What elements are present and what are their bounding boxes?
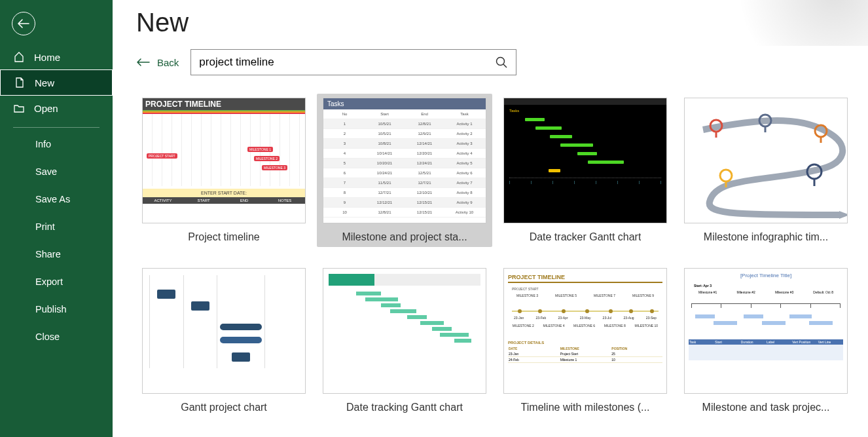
arrow-left-icon	[17, 18, 30, 29]
controls-row: Back	[136, 49, 868, 75]
template-grid: PROJECT TIMELINE PROJECT START MILESTONE…	[136, 94, 868, 417]
nav-divider	[13, 127, 99, 128]
template-thumb: [Project Timeline Title] Start: Apr 3 Mi…	[684, 268, 848, 394]
arrow-left-icon	[136, 58, 151, 67]
infographic-path-icon	[690, 104, 848, 223]
template-milestone-task-project[interactable]: [Project Timeline Title] Start: Apr 3 Mi…	[678, 264, 854, 417]
nav-export[interactable]: Export	[0, 268, 113, 295]
nav-open[interactable]: Open	[0, 96, 113, 121]
folder-open-icon	[13, 102, 25, 114]
template-thumb: PROJECT TIMELINE PROJECT START MILESTONE…	[503, 268, 667, 394]
template-project-timeline[interactable]: PROJECT TIMELINE PROJECT START MILESTONE…	[136, 94, 312, 247]
nav-close[interactable]: Close	[0, 323, 113, 351]
template-label: Milestone infographic tim...	[704, 231, 828, 243]
template-label: Project timeline	[188, 231, 259, 243]
nav-info[interactable]: Info	[0, 130, 113, 158]
template-timeline-with-milestones[interactable]: PROJECT TIMELINE PROJECT START MILESTONE…	[497, 264, 673, 417]
template-thumb	[684, 98, 848, 223]
template-thumb: PROJECT TIMELINE PROJECT START MILESTONE…	[142, 98, 306, 223]
template-milestone-project-status[interactable]: Tasks NoStartEndTask 110/5/2112/8/21Acti…	[317, 94, 492, 247]
nav-save[interactable]: Save	[0, 158, 113, 185]
svg-point-6	[720, 170, 732, 181]
nav-new[interactable]: New	[0, 69, 113, 96]
template-date-tracking-gantt[interactable]: Date tracking Gantt chart	[317, 264, 492, 417]
template-label: Gantt project chart	[181, 402, 267, 413]
search-box	[190, 49, 516, 75]
back-button[interactable]	[12, 12, 35, 35]
template-label: Milestone and task projec...	[702, 402, 830, 413]
nav-open-label: Open	[34, 103, 58, 114]
nav-save-as[interactable]: Save As	[0, 185, 113, 213]
template-thumb	[323, 268, 486, 394]
template-label: Timeline with milestones (...	[521, 402, 650, 413]
nav-new-label: New	[35, 77, 54, 88]
back-link[interactable]: Back	[136, 57, 179, 68]
file-new-icon	[14, 77, 26, 88]
template-milestone-infographic[interactable]: Milestone infographic tim...	[678, 94, 854, 247]
nav-home[interactable]: Home	[0, 45, 113, 69]
page-title: New	[136, 8, 868, 37]
template-thumb: Tasks ||||||||	[503, 98, 667, 223]
search-icon	[495, 56, 508, 69]
svg-line-1	[503, 64, 507, 67]
template-thumb: Tasks NoStartEndTask 110/5/2112/8/21Acti…	[323, 98, 486, 223]
nav-share[interactable]: Share	[0, 240, 113, 268]
template-thumb	[142, 268, 306, 394]
template-date-tracker-gantt[interactable]: Tasks |||||||| Date tracker Gantt chart	[497, 94, 673, 247]
search-button[interactable]	[492, 53, 511, 71]
main-panel: New Back PROJECT TIMELINE	[113, 0, 868, 437]
nav-home-label: Home	[34, 52, 60, 63]
template-label: Date tracker Gantt chart	[530, 231, 642, 243]
back-link-label: Back	[157, 57, 179, 68]
search-input[interactable]	[199, 56, 492, 69]
template-label: Milestone and project sta...	[342, 231, 467, 243]
home-icon	[13, 51, 25, 63]
svg-marker-2	[839, 211, 848, 219]
nav-print[interactable]: Print	[0, 213, 113, 240]
template-label: Date tracking Gantt chart	[346, 402, 463, 413]
nav-publish[interactable]: Publish	[0, 295, 113, 323]
svg-point-0	[497, 58, 505, 66]
backstage-sidebar: Home New Open Info Save Save As Print Sh…	[0, 0, 113, 437]
template-gantt-project-chart[interactable]: Gantt project chart	[136, 264, 312, 417]
